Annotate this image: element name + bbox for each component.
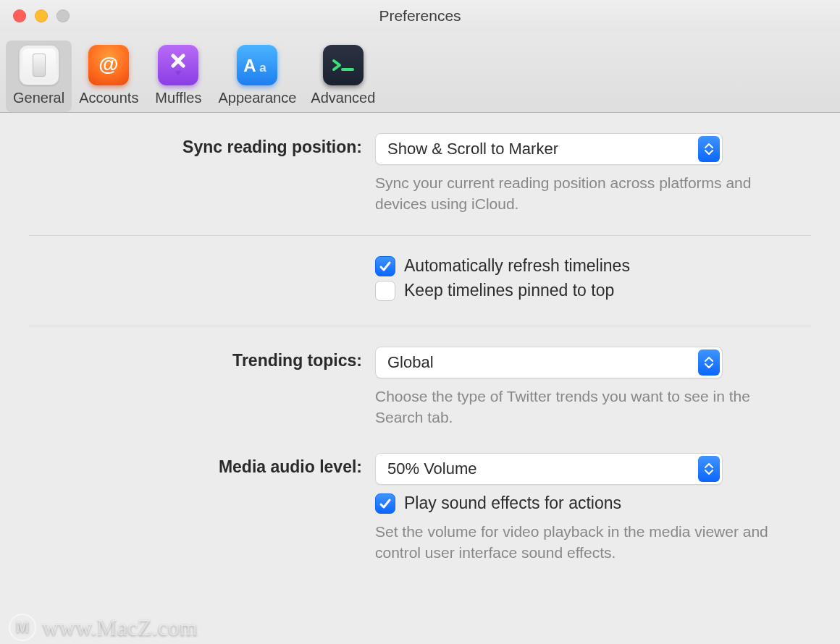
tab-muffles[interactable]: Muffles (146, 41, 211, 112)
window-title: Preferences (0, 7, 840, 25)
window-minimize-button[interactable] (35, 9, 48, 22)
tab-label: Accounts (79, 90, 138, 106)
sound-effects-checkbox[interactable] (375, 493, 395, 514)
muffles-icon (158, 45, 198, 85)
select-value: 50% Volume (387, 459, 477, 478)
sync-reading-position-select[interactable]: Show & Scroll to Marker (375, 133, 723, 165)
svg-text:@: @ (99, 53, 119, 75)
select-value: Global (387, 353, 434, 372)
select-value: Show & Scroll to Marker (387, 140, 558, 158)
window-close-button[interactable] (13, 9, 26, 22)
chevron-up-down-icon (698, 456, 720, 482)
media-audio-level-helper: Set the volume for video playback in the… (375, 521, 781, 564)
general-pane: Sync reading position: Show & Scroll to … (0, 113, 840, 598)
auto-refresh-checkbox[interactable] (375, 256, 395, 276)
accounts-icon: @ (88, 45, 129, 85)
media-audio-level-label: Media audio level: (219, 457, 362, 476)
advanced-icon (323, 45, 364, 85)
chevron-up-down-icon (698, 136, 720, 162)
tab-label: General (13, 90, 64, 106)
general-icon (19, 45, 59, 85)
divider (29, 235, 811, 236)
watermark-logo-icon: M (9, 614, 36, 641)
media-audio-level-select[interactable]: 50% Volume (375, 453, 723, 485)
svg-text:A: A (244, 56, 256, 75)
tab-label: Muffles (155, 90, 201, 106)
trending-topics-select[interactable]: Global (375, 347, 723, 378)
row-trending-topics: Trending topics: Global Choose the type … (29, 347, 811, 428)
trending-topics-label: Trending topics: (232, 351, 362, 370)
sync-reading-position-label: Sync reading position: (182, 137, 362, 156)
row-sync-reading-position: Sync reading position: Show & Scroll to … (29, 133, 811, 215)
watermark-text: www.MacZ.com (42, 614, 198, 641)
row-media-audio-level: Media audio level: 50% Volume Play sound… (29, 453, 811, 564)
sync-reading-position-helper: Sync your current reading position acros… (375, 172, 781, 215)
titlebar: Preferences (0, 0, 840, 32)
row-timelines: Automatically refresh timelines Keep tim… (29, 256, 811, 305)
svg-text:a: a (260, 61, 267, 75)
trending-topics-helper: Choose the type of Twitter trends you wa… (375, 386, 781, 428)
tab-advanced[interactable]: Advanced (303, 41, 382, 112)
tab-general[interactable]: General (6, 41, 72, 112)
appearance-icon: A a (237, 45, 277, 85)
keep-pinned-label: Keep timelines pinned to top (404, 281, 614, 300)
tab-label: Advanced (311, 90, 375, 106)
watermark: M www.MacZ.com (9, 614, 198, 641)
chevron-up-down-icon (698, 349, 720, 376)
traffic-lights (0, 9, 70, 22)
keep-pinned-checkbox[interactable] (375, 281, 395, 301)
auto-refresh-label: Automatically refresh timelines (404, 256, 630, 276)
preferences-toolbar: General @ Accounts Muffles A (0, 32, 840, 113)
tab-label: Appearance (218, 90, 296, 106)
tab-accounts[interactable]: @ Accounts (72, 41, 146, 112)
window-zoom-button[interactable] (56, 9, 70, 22)
sound-effects-label: Play sound effects for actions (404, 493, 621, 513)
tab-appearance[interactable]: A a Appearance (211, 41, 303, 112)
divider (29, 326, 811, 326)
